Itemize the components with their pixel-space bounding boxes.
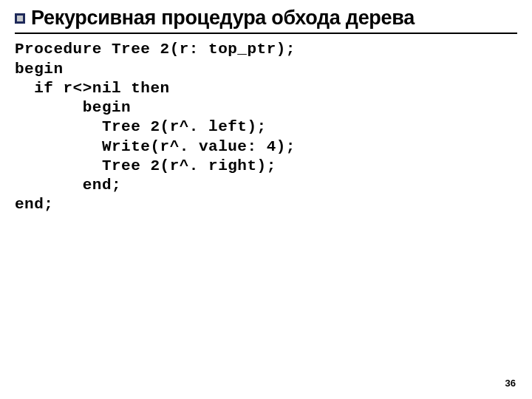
title-divider xyxy=(15,33,517,34)
code-line: if r<>nil then xyxy=(15,80,170,97)
code-line: Tree 2(r^. right); xyxy=(15,157,276,174)
code-line: Tree 2(r^. left); xyxy=(15,118,267,135)
title-wrap: Рекурсивная процедура обхода дерева xyxy=(15,6,517,30)
bullet-icon xyxy=(15,13,25,24)
page-number: 36 xyxy=(505,378,516,389)
page-title: Рекурсивная процедура обхода дерева xyxy=(31,6,517,30)
code-line: end; xyxy=(15,177,121,194)
code-line: Write(r^. value: 4); xyxy=(15,138,296,155)
code-block: Procedure Tree 2(r: top_ptr); begin if r… xyxy=(15,40,517,214)
slide-container: Рекурсивная процедура обхода дерева Proc… xyxy=(0,0,532,399)
code-line: begin xyxy=(15,99,131,116)
code-line: end; xyxy=(15,196,53,213)
code-line: Procedure Tree 2(r: top_ptr); xyxy=(15,41,296,58)
code-line: begin xyxy=(15,61,64,78)
